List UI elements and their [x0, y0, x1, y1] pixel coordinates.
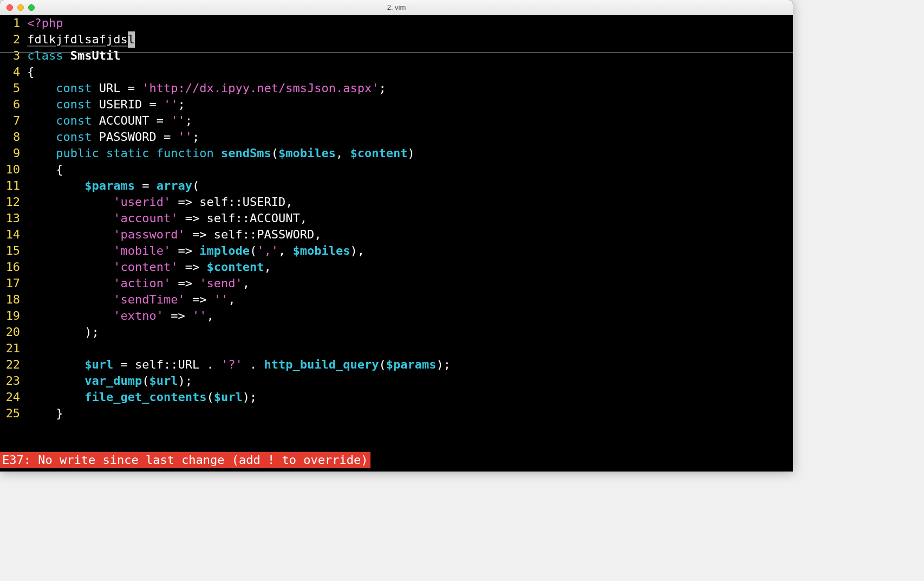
window-title: 2. vim	[0, 3, 793, 11]
line-number: 19	[4, 308, 20, 324]
line-number: 16	[4, 259, 20, 275]
code-line[interactable]: 7 const ACCOUNT = '';	[4, 113, 793, 129]
line-content: 'mobile' => implode(',', $mobiles),	[27, 243, 365, 259]
code-line[interactable]: 21	[4, 340, 793, 357]
line-content: $params = array(	[27, 178, 199, 194]
line-content: {	[27, 162, 63, 178]
line-number: 23	[4, 373, 20, 389]
line-content: const USERID = '';	[27, 96, 185, 113]
line-number: 21	[4, 340, 20, 357]
line-number: 25	[4, 405, 20, 422]
line-number: 14	[4, 227, 20, 243]
line-content: public static function sendSms($mobiles,…	[27, 145, 414, 162]
line-content: 'password' => self::PASSWORD,	[27, 227, 321, 243]
code-line[interactable]: 16 'content' => $content,	[4, 259, 793, 275]
code-line[interactable]: 18 'sendTime' => '',	[4, 292, 793, 308]
line-content: }	[27, 405, 63, 422]
line-number: 6	[4, 96, 20, 113]
status-line: E37: No write since last change (add ! t…	[0, 452, 370, 468]
line-number: 20	[4, 324, 20, 340]
code-line[interactable]: 9 public static function sendSms($mobile…	[4, 145, 793, 162]
code-line[interactable]: 19 'extno' => '',	[4, 308, 793, 324]
line-content: {	[27, 64, 34, 80]
code-line[interactable]: 17 'action' => 'send',	[4, 275, 793, 292]
code-line[interactable]: 25 }	[4, 405, 793, 422]
code-line[interactable]: 3class SmsUtil	[4, 48, 793, 64]
line-content: 'sendTime' => '',	[27, 292, 235, 308]
titlebar: 2. vim	[0, 0, 793, 15]
line-number: 9	[4, 145, 20, 162]
line-number: 22	[4, 357, 20, 373]
line-number: 2	[4, 31, 20, 48]
code-line[interactable]: 24 file_get_contents($url);	[4, 389, 793, 405]
code-line[interactable]: 22 $url = self::URL . '?' . http_build_q…	[4, 357, 793, 373]
terminal-body[interactable]: 1<?php2fdlkjfdlsafjdsl3class SmsUtil4{5 …	[0, 15, 793, 472]
code-line[interactable]: 10 {	[4, 162, 793, 178]
line-content: const ACCOUNT = '';	[27, 113, 192, 129]
line-content: class SmsUtil	[27, 48, 120, 64]
line-content: );	[27, 324, 99, 340]
line-number: 13	[4, 210, 20, 227]
line-content: 'userid' => self::USERID,	[27, 194, 292, 210]
code-line[interactable]: 12 'userid' => self::USERID,	[4, 194, 793, 210]
line-number: 10	[4, 162, 20, 178]
line-content: fdlkjfdlsafjdsl	[27, 31, 135, 48]
code-line[interactable]: 13 'account' => self::ACCOUNT,	[4, 210, 793, 227]
code-area[interactable]: 1<?php2fdlkjfdlsafjdsl3class SmsUtil4{5 …	[4, 15, 793, 422]
line-content: $url = self::URL . '?' . http_build_quer…	[27, 357, 451, 373]
code-line[interactable]: 15 'mobile' => implode(',', $mobiles),	[4, 243, 793, 259]
line-number: 11	[4, 178, 20, 194]
line-number: 24	[4, 389, 20, 405]
code-line[interactable]: 23 var_dump($url);	[4, 373, 793, 389]
line-number: 1	[4, 15, 20, 31]
code-line[interactable]: 8 const PASSWORD = '';	[4, 129, 793, 145]
line-number: 4	[4, 64, 20, 80]
code-line[interactable]: 20 );	[4, 324, 793, 340]
line-number: 15	[4, 243, 20, 259]
line-number: 7	[4, 113, 20, 129]
line-content: <?php	[27, 15, 63, 31]
code-line[interactable]: 4{	[4, 64, 793, 80]
line-content: 'action' => 'send',	[27, 275, 250, 292]
cursor: l	[128, 31, 135, 48]
code-line[interactable]: 11 $params = array(	[4, 178, 793, 194]
line-number: 18	[4, 292, 20, 308]
line-number: 17	[4, 275, 20, 292]
code-line[interactable]: 6 const USERID = '';	[4, 96, 793, 113]
line-content: var_dump($url);	[27, 373, 192, 389]
code-line[interactable]: 2fdlkjfdlsafjdsl	[4, 31, 793, 48]
line-content: file_get_contents($url);	[27, 389, 257, 405]
line-content: 'content' => $content,	[27, 259, 271, 275]
line-content: const PASSWORD = '';	[27, 129, 199, 145]
line-content: 'account' => self::ACCOUNT,	[27, 210, 307, 227]
line-content: 'extno' => '',	[27, 308, 213, 324]
line-number: 12	[4, 194, 20, 210]
code-line[interactable]: 14 'password' => self::PASSWORD,	[4, 227, 793, 243]
line-number: 3	[4, 48, 20, 64]
line-content: const URL = 'http://dx.ipyy.net/smsJson.…	[27, 80, 386, 96]
terminal-window: 2. vim 1<?php2fdlkjfdlsafjdsl3class SmsU…	[0, 0, 793, 472]
code-line[interactable]: 5 const URL = 'http://dx.ipyy.net/smsJso…	[4, 80, 793, 96]
code-line[interactable]: 1<?php	[4, 15, 793, 31]
line-number: 5	[4, 80, 20, 96]
line-number: 8	[4, 129, 20, 145]
